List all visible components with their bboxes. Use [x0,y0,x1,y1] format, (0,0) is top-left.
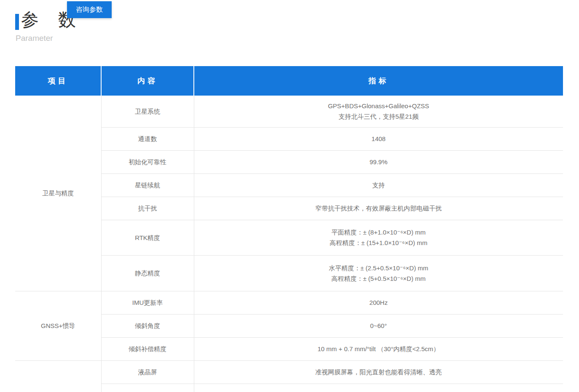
item-cell: 抗干扰 [101,197,194,220]
spec-cell: 10 mm + 0.7 mm/°tilt （30°内精度<2.5cm） [194,337,563,360]
spec-line: 高程精度：± (15+1.0×10⁻⁶×D) mm [194,237,563,248]
spec-cell: 1408 [194,127,563,150]
item-cell: 初始化可靠性 [101,150,194,173]
item-cell: 倾斜补偿精度 [101,337,194,360]
spec-cell: 0~60° [194,314,563,337]
item-cell: IMU更新率 [101,291,194,314]
item-cell: 卫星系统 [101,96,194,127]
col-header-spec: 指标 [194,66,563,96]
spec-cell: 200Hz [194,291,563,314]
spec-cell: 支持 [194,173,563,197]
spec-line: 平面精度：± (8+1.0×10⁻⁶×D) mm [194,227,563,237]
spec-cell: GPS+BDS+Glonass+Galileo+QZSS 支持北斗三代，支持5星… [194,96,563,127]
item-cell [101,384,194,392]
table-header-row: 项目 内容 指标 [15,66,563,96]
item-cell: 通道数 [101,127,194,150]
item-cell: 静态精度 [101,255,194,291]
spec-line: 水平精度：± (2.5+0.5×10⁻⁶×D) mm [194,263,563,273]
spec-cell [194,384,563,392]
table-row: GNSS+惯导 IMU更新率 200Hz [15,291,563,314]
group-cell-bottom [15,360,101,392]
col-header-item: 项目 [15,66,101,96]
spec-cell: 窄带抗干扰技术，有效屏蔽主机内部电磁干扰 [194,197,563,220]
table-row: 卫星与精度 卫星系统 GPS+BDS+Glonass+Galileo+QZSS … [15,96,563,127]
table-row: 液晶屏 准视网膜屏幕，阳光直射也能看得清晰、透亮 [15,360,563,384]
spec-line: 高程精度：± (5+0.5×10⁻⁶×D) mm [194,273,563,284]
spec-cell: 水平精度：± (2.5+0.5×10⁻⁶×D) mm 高程精度：± (5+0.5… [194,255,563,291]
title-accent-bar [15,14,19,30]
consult-params-button[interactable]: 咨询参数 [67,1,112,18]
parameters-table: 项目 内容 指标 卫星与精度 卫星系统 GPS+BDS+Glonass+Gali… [15,66,563,392]
spec-line: 支持北斗三代，支持5星21频 [194,111,563,122]
parameter-page: 参 数 Parameter 咨询参数 项目 内容 指标 卫星与精度 卫星系统 G… [0,0,579,392]
item-cell: 倾斜角度 [101,314,194,337]
item-cell: RTK精度 [101,220,194,255]
col-header-content: 内容 [101,66,194,96]
spec-cell: 平面精度：± (8+1.0×10⁻⁶×D) mm 高程精度：± (15+1.0×… [194,220,563,255]
spec-line: GPS+BDS+Glonass+Galileo+QZSS [194,101,563,111]
group-cell-gnss-ins: GNSS+惯导 [15,291,101,360]
group-cell-satellite-precision: 卫星与精度 [15,96,101,291]
page-subtitle: Parameter [16,34,53,43]
spec-cell: 99.9% [194,150,563,173]
item-cell: 星链续航 [101,173,194,197]
spec-cell: 准视网膜屏幕，阳光直射也能看得清晰、透亮 [194,360,563,384]
item-cell: 液晶屏 [101,360,194,384]
